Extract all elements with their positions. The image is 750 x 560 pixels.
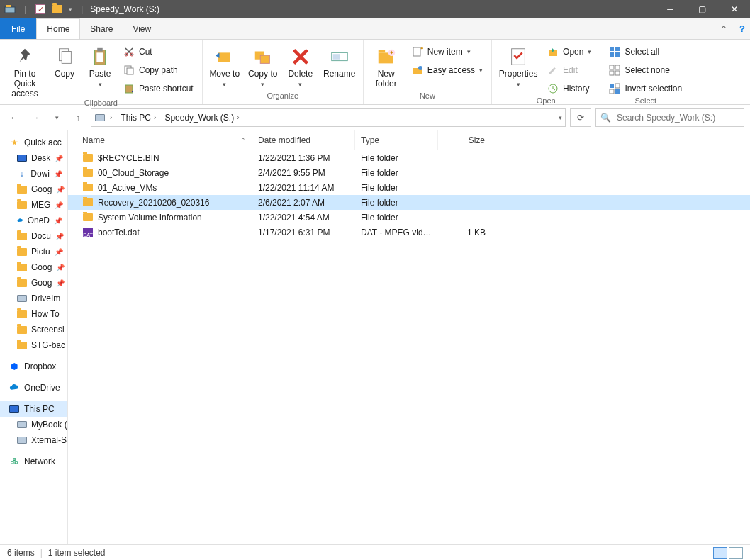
tab-file[interactable]: File [0, 18, 36, 39]
pin-icon: 📌 [55, 201, 65, 209]
sidebar-quick-item[interactable]: ↓Dowi📌 [0, 166, 67, 181]
qat-folder-icon[interactable] [52, 4, 63, 15]
dat-file-icon: DAT [82, 227, 94, 238]
close-button[interactable]: ✕ [718, 0, 750, 18]
easy-access-button[interactable]: Easy access [409, 62, 486, 78]
search-box[interactable]: 🔍 [595, 108, 744, 127]
svg-rect-5 [97, 48, 103, 52]
address-bar[interactable]: › This PC› Speedy_Work (S:)› ▾ [91, 108, 566, 127]
sidebar-quick-item[interactable]: Docu📌 [0, 228, 67, 244]
file-row[interactable]: $RECYCLE.BIN1/22/2021 1:36 PMFile folder [68, 150, 750, 165]
qat-dropdown[interactable]: ▾ [69, 6, 72, 13]
new-folder-button[interactable]: ✦ New folder [369, 43, 403, 89]
collapse-ribbon-button[interactable]: ⌃ [713, 18, 734, 39]
sidebar-quick-item[interactable]: Goog📌 [0, 275, 67, 291]
qat-sep: | [21, 4, 29, 14]
sidebar-quick-item[interactable]: OneD📌 [0, 213, 67, 228]
sidebar-quick-item[interactable]: DriveIm [0, 291, 67, 306]
drive-icon [17, 435, 27, 446]
pin-label: Pin to Quick access [6, 69, 44, 99]
search-input[interactable] [615, 112, 739, 123]
sidebar-network[interactable]: 🖧Network [0, 454, 67, 469]
select-all-button[interactable]: Select all [606, 44, 685, 60]
onedrive-icon [9, 382, 20, 393]
up-button[interactable]: ↑ [69, 109, 86, 126]
col-size[interactable]: Size [438, 130, 491, 150]
cut-button[interactable]: Cut [121, 44, 196, 60]
help-button[interactable]: ? [734, 18, 750, 39]
group-select: Select all Select none Invert selection … [600, 40, 690, 104]
copy-button[interactable]: Copy [50, 43, 79, 79]
copy-label: Copy [55, 69, 74, 79]
refresh-button[interactable]: ⟳ [570, 108, 591, 127]
sidebar-onedrive[interactable]: OneDrive [0, 380, 67, 396]
sidebar-quick-item[interactable]: STG-bac [0, 337, 67, 353]
move-to-button[interactable]: Move to▾ [208, 43, 241, 88]
sidebar-item-icon [17, 324, 27, 335]
group-new: ✦ New folder ✦New item Easy access New [364, 40, 492, 104]
qat-properties-icon[interactable]: ✓ [35, 4, 46, 15]
sidebar-item-icon [17, 308, 27, 320]
recent-locations-button[interactable]: ▾ [48, 109, 65, 126]
address-dropdown[interactable]: ▾ [559, 114, 562, 121]
sidebar-item-icon [17, 184, 27, 195]
sidebar-quick-item[interactable]: Desk📌 [0, 150, 67, 166]
tab-view[interactable]: View [123, 18, 161, 39]
sidebar-thispc[interactable]: This PC [0, 401, 67, 417]
file-row[interactable]: Recovery_20210206_0203162/6/2021 2:07 AM… [68, 195, 750, 210]
file-row[interactable]: System Volume Information1/22/2021 4:54 … [68, 210, 750, 225]
crumb-drive[interactable]: Speedy_Work (S:)› [162, 109, 243, 126]
sidebar-quick-item[interactable]: Screensl [0, 322, 67, 337]
folder-icon [82, 197, 94, 208]
open-button[interactable]: Open [544, 44, 594, 60]
history-button[interactable]: History [544, 81, 594, 96]
invert-selection-button[interactable]: Invert selection [606, 81, 685, 96]
sidebar-quick-item[interactable]: Goog📌 [0, 259, 67, 275]
forward-button[interactable]: → [27, 109, 44, 126]
view-large-button[interactable] [729, 547, 743, 559]
drive-icon [17, 419, 27, 430]
sidebar-item-icon [17, 340, 27, 351]
back-button[interactable]: ← [6, 109, 23, 126]
svg-rect-18 [378, 50, 384, 53]
tab-share[interactable]: Share [80, 18, 123, 39]
sidebar-drive-item[interactable]: Xternal-S [0, 432, 67, 448]
tab-home[interactable]: Home [36, 18, 80, 39]
sidebar-item-icon [17, 215, 23, 226]
select-none-button[interactable]: Select none [606, 62, 685, 78]
sidebar-quick-item[interactable]: How To [0, 306, 67, 322]
delete-button[interactable]: Delete▾ [285, 43, 316, 88]
sidebar-item-icon [17, 246, 27, 257]
col-name[interactable]: Name⌃ [68, 130, 252, 150]
sidebar-item-icon [17, 293, 27, 304]
sidebar-drive-item[interactable]: MyBook ( [0, 417, 67, 432]
file-row[interactable]: 01_Active_VMs1/22/2021 11:14 AMFile fold… [68, 180, 750, 195]
sidebar-dropbox[interactable]: ⬢Dropbox [0, 359, 67, 374]
sidebar-quick-item[interactable]: MEG📌 [0, 197, 67, 213]
rename-button[interactable]: Rename [322, 43, 357, 79]
file-row[interactable]: DATbootTel.dat1/17/2021 6:31 PMDAT - MPE… [68, 225, 750, 240]
paste-button[interactable]: Paste ▾ [85, 43, 115, 88]
rows-container[interactable]: $RECYCLE.BIN1/22/2021 1:36 PMFile folder… [68, 150, 750, 544]
edit-button[interactable]: Edit [544, 62, 594, 78]
properties-button[interactable]: Properties▾ [498, 43, 539, 88]
sidebar-quick-item[interactable]: Goog📌 [0, 181, 67, 197]
minimize-button[interactable]: ─ [654, 0, 686, 18]
col-date[interactable]: Date modified [252, 130, 355, 150]
maximize-button[interactable]: ▢ [686, 0, 718, 18]
sidebar-quick-access[interactable]: ★Quick acc [0, 135, 67, 150]
file-row[interactable]: 00_Cloud_Storage2/4/2021 9:55 PMFile fol… [68, 165, 750, 180]
col-type[interactable]: Type [355, 130, 438, 150]
crumb-root[interactable]: › [107, 109, 116, 126]
svg-text:✦: ✦ [389, 50, 394, 56]
paste-shortcut-button[interactable]: Paste shortcut [121, 81, 196, 96]
crumb-thispc[interactable]: This PC› [118, 109, 160, 126]
new-item-button[interactable]: ✦New item [409, 44, 486, 60]
copy-to-button[interactable]: Copy to▾ [247, 43, 279, 88]
sidebar-quick-item[interactable]: Pictu📌 [0, 244, 67, 259]
copy-path-button[interactable]: Copy path [121, 62, 196, 78]
group-clipboard: Pin to Quick access Copy Paste ▾ Cut Cop… [0, 40, 203, 104]
pin-quick-access-button[interactable]: Pin to Quick access [6, 43, 44, 99]
view-details-button[interactable] [713, 547, 727, 559]
nav-tree[interactable]: ★Quick acc Desk📌↓Dowi📌Goog📌MEG📌OneD📌Docu… [0, 130, 68, 544]
